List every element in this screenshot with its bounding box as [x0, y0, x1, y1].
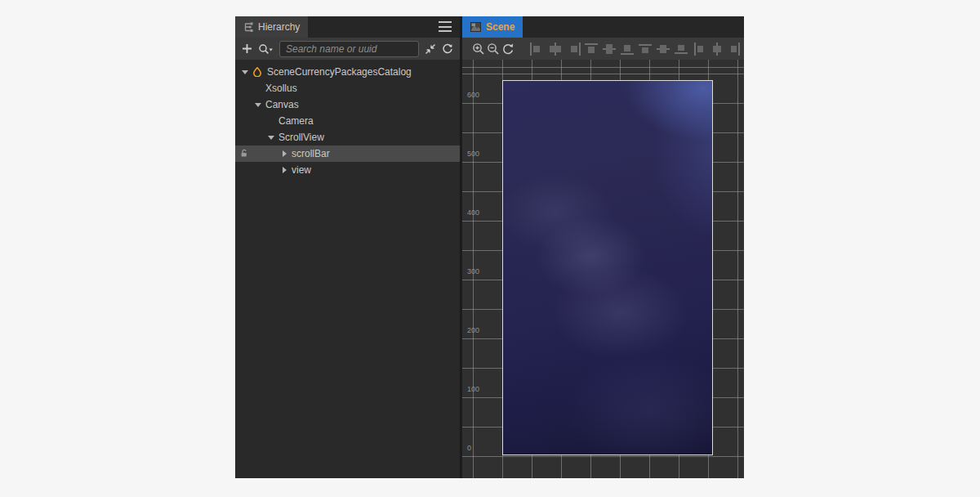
lock-open-icon[interactable]: [239, 149, 249, 159]
editor-window: Hierarchy: [235, 16, 744, 478]
search-filter-button[interactable]: [258, 43, 274, 55]
scene-image-icon: [470, 22, 481, 32]
tree-item-label: Xsollus: [265, 83, 297, 94]
expander-collapsed-icon[interactable]: [279, 150, 289, 157]
scene-panel: Scene: [460, 16, 744, 478]
zoom-out-button[interactable]: [487, 40, 501, 58]
align-right-icon[interactable]: [564, 40, 582, 58]
expander-expanded-icon[interactable]: [253, 103, 263, 107]
zoom-in-button[interactable]: [472, 40, 486, 58]
distribute-top-icon[interactable]: [636, 40, 654, 58]
add-node-button[interactable]: [242, 43, 252, 54]
plus-icon: [242, 43, 252, 54]
refresh-button[interactable]: [442, 43, 453, 55]
scene-header: Scene: [462, 16, 744, 38]
distribute-left-icon[interactable]: [690, 40, 708, 58]
ruler-label-600: 600: [467, 91, 479, 99]
tab-hierarchy[interactable]: Hierarchy: [235, 16, 308, 38]
refresh-icon: [442, 43, 453, 55]
collapse-all-button[interactable]: [425, 43, 436, 55]
tab-scene[interactable]: Scene: [462, 16, 523, 38]
scene-toolbar: [462, 38, 744, 60]
distribute-right-icon[interactable]: [726, 40, 744, 58]
hierarchy-tab-label: Hierarchy: [258, 21, 300, 33]
hamburger-icon[interactable]: [439, 21, 452, 32]
tree-item-label: ScrollView: [278, 132, 324, 143]
ruler-label-500: 500: [467, 150, 479, 158]
distribute-middle-icon[interactable]: [654, 40, 672, 58]
align-left-icon[interactable]: [528, 40, 546, 58]
reset-view-button[interactable]: [501, 40, 514, 58]
align-center-icon[interactable]: [546, 40, 564, 58]
distribute-center-icon[interactable]: [708, 40, 726, 58]
tree-row-scrollbar[interactable]: scrollBar: [235, 146, 460, 162]
scene-viewport[interactable]: 6005004003002001000: [462, 60, 744, 478]
align-bottom-icon[interactable]: [618, 40, 636, 58]
scene-tab-label: Scene: [486, 21, 514, 33]
expander-expanded-icon[interactable]: [266, 136, 276, 140]
align-top-icon[interactable]: [582, 40, 600, 58]
hierarchy-tree: SceneCurrencyPackagesCatalogXsollusCanva…: [235, 60, 460, 478]
hierarchy-panel: Hierarchy: [235, 16, 460, 478]
tree-row-canvas[interactable]: Canvas: [235, 96, 460, 113]
tree-row-scrollview[interactable]: ScrollView: [235, 129, 460, 146]
expander-expanded-icon[interactable]: [240, 70, 250, 74]
hierarchy-toolbar: [235, 38, 460, 60]
search-input-wrap: [279, 41, 419, 57]
tree-item-label: SceneCurrencyPackagesCatalog: [267, 66, 412, 78]
tree-row-view[interactable]: view: [235, 162, 460, 178]
tree-row-camera[interactable]: Camera: [235, 113, 460, 129]
magnifier-dropdown-icon: [258, 43, 274, 55]
tree-row-scenecurrencypackagescatalog[interactable]: SceneCurrencyPackagesCatalog: [235, 64, 460, 80]
tree-item-label: Camera: [278, 115, 314, 127]
tree-item-label: Canvas: [265, 99, 299, 110]
scene-canvas-preview[interactable]: [502, 80, 713, 455]
search-input[interactable]: [279, 41, 419, 57]
ruler-label-300: 300: [467, 267, 479, 275]
hierarchy-header: Hierarchy: [235, 16, 460, 38]
ruler-label-400: 400: [467, 208, 479, 217]
zoom-out-icon: [487, 43, 500, 56]
tree-row-xsollus[interactable]: Xsollus: [235, 80, 460, 96]
ruler-label-100: 100: [467, 385, 479, 393]
reset-rotation-icon: [501, 43, 514, 56]
ruler-label-200: 200: [467, 326, 479, 334]
collapse-all-icon: [425, 43, 436, 55]
expander-collapsed-icon[interactable]: [279, 167, 289, 173]
alignment-tools: [528, 40, 744, 58]
scene-flame-icon: [252, 67, 262, 77]
tree-item-label: view: [292, 164, 311, 176]
distribute-bottom-icon[interactable]: [672, 40, 690, 58]
hierarchy-tree-icon: [243, 22, 253, 32]
ruler-label-0: 0: [467, 444, 471, 452]
align-middle-icon[interactable]: [600, 40, 618, 58]
zoom-in-icon: [472, 43, 485, 56]
tree-item-label: scrollBar: [292, 148, 330, 159]
